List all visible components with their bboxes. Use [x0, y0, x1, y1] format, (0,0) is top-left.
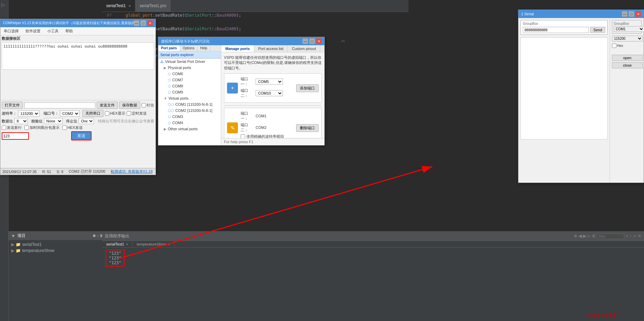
menu-help[interactable]: 帮助 — [63, 28, 75, 34]
nav-item-vspd[interactable]: 🖧 Virtual Serial Port Driver — [158, 58, 221, 65]
app-output-action4[interactable]: ▷ — [587, 234, 591, 239]
status-time: 2021/09/12 12:07:35 — [2, 170, 37, 174]
hex-display-checkbox[interactable] — [105, 111, 109, 116]
comhelper-win-btns: — □ ✕ — [134, 20, 153, 26]
send-file-btn[interactable]: 发送文件 — [97, 102, 118, 109]
vspd-maximize-btn[interactable]: □ — [309, 38, 315, 44]
sidebar-toggle-icon[interactable]: ▷ — [0, 0, 8, 10]
serial-open-btn[interactable]: open — [612, 55, 643, 61]
nav-item-com6[interactable]: ⬡ COM6 — [158, 71, 221, 77]
project-item-serialtest1[interactable]: ▶ 📁 serialTest1 — [10, 241, 109, 248]
file-path-input[interactable] — [24, 102, 95, 108]
comhelper-close-btn[interactable]: ✕ — [147, 20, 153, 26]
comhelper-send-row: 发送新行 加时间戳分包显示 HEX发送 — [2, 125, 154, 130]
menu-tools[interactable]: 小工具 — [45, 28, 61, 34]
status-update-link[interactable]: 检测成功: 有新版本V1.18 — [111, 169, 152, 174]
vspd-port2-row: 端口二： COM10 — [241, 88, 293, 98]
serial-maximize-btn[interactable]: □ — [629, 11, 634, 17]
nav-item-com7[interactable]: ⬡ COM7 — [158, 77, 221, 83]
nav-item-com2[interactable]: ⬡⬡ COM2 [115200-N-8-1] — [158, 107, 221, 114]
hex-send-checkbox[interactable] — [62, 125, 67, 130]
serial-right-title: GroupBox — [614, 22, 640, 26]
add-time-checkbox[interactable] — [25, 125, 29, 130]
vspd-del-port1-label: 端口一： — [241, 111, 254, 121]
stop-select[interactable]: One — [79, 118, 94, 124]
vspd-add-btn[interactable]: 添加端口 — [296, 84, 319, 92]
timed-send-checkbox[interactable] — [127, 111, 131, 116]
nav-item-com9[interactable]: ⬡ COM9 — [158, 89, 221, 95]
project-sort-icon[interactable]: ↕ — [97, 234, 99, 238]
serial-input-row: Send — [523, 27, 605, 33]
port-label: 端口号： — [44, 111, 59, 116]
serial-send-btn[interactable]: Send — [590, 27, 605, 33]
project-collapse-icon[interactable]: ▼ — [11, 234, 15, 238]
serial-main: GroupBox Send — [518, 18, 610, 183]
serial-input[interactable] — [523, 27, 589, 33]
vspd-delete-form: 端口一： COM1 端口二： COM2 使用精确的波特率模拟 — [241, 111, 293, 138]
serial-minimize-btn[interactable]: — — [622, 11, 627, 17]
app-output-expand-icon[interactable]: ⤢ — [633, 234, 637, 239]
tab-serialtest1-pro[interactable]: serialTest1.pro — [135, 0, 171, 12]
tab-close-icon[interactable]: ✕ — [128, 4, 131, 8]
open-file-btn[interactable]: 打开文件 — [2, 102, 23, 109]
app-output-close-icon[interactable]: ✕ — [638, 234, 641, 239]
vspd-delete-btn[interactable]: 删除端口 — [296, 124, 319, 132]
nav-item-com8[interactable]: ⬡ COM8 — [158, 83, 221, 89]
vspd-nav-tab-options[interactable]: Options — [180, 45, 197, 51]
serial-port-select[interactable]: COM1 — [614, 26, 644, 32]
vspd-minimize-btn[interactable]: — — [303, 38, 308, 44]
app-output-minus-icon[interactable]: − — [629, 234, 632, 239]
vspd-tab-manage[interactable]: Manage ports — [221, 45, 254, 52]
nav-item-com1[interactable]: ⬡⬡ COM1 [115200-N-8-1] — [158, 101, 221, 107]
vspd-precise-checkbox[interactable] — [241, 134, 245, 138]
serial-close-btn[interactable]: close — [612, 62, 643, 68]
menu-port-select[interactable]: 串口选择 — [2, 28, 21, 34]
app-output-tab-serialtest1[interactable]: serialTest1 ✕ — [102, 241, 133, 247]
app-output-action1[interactable]: ⊕ — [574, 234, 577, 239]
vspd-port1-select[interactable]: COM5 — [256, 79, 283, 85]
app-output-filter[interactable] — [597, 234, 624, 239]
vspd-port1-row: 端口一： COM5 — [241, 77, 293, 87]
nav-item-physical-ports[interactable]: ▶ Physical ports — [158, 65, 221, 71]
tab-x-icon[interactable]: ✕ — [126, 242, 128, 246]
vspd-port2-select[interactable]: COM10 — [256, 90, 283, 96]
parity-label: 校验位 — [31, 119, 43, 124]
app-output-tab-temperatureshow[interactable]: temperatureShow ✕ — [133, 241, 175, 247]
serial-titlebar: 1 Serial — □ ✕ — [518, 10, 644, 18]
nav-item-com4[interactable]: ⬡ COM4 — [158, 120, 221, 126]
data-bits-select[interactable]: 8 — [14, 118, 28, 124]
baud-select[interactable]: 115200 — [18, 111, 39, 117]
serial-hex-checkbox[interactable] — [612, 44, 616, 48]
comhelper-minimize-btn[interactable]: — — [134, 20, 139, 26]
parity-select[interactable]: None — [44, 118, 63, 124]
comhelper-maximize-btn[interactable]: □ — [141, 20, 146, 26]
app-output-plus-icon[interactable]: + — [626, 234, 628, 239]
vspd-tab-pinout[interactable]: Custom pinout — [288, 45, 320, 52]
project-item-temperatureshow[interactable]: ▶ 📁 temperatureShow — [10, 248, 109, 254]
tab-serialtest1[interactable]: serialTest1 ✕ — [102, 0, 135, 12]
nav-item-com3[interactable]: ⬡ COM3 — [158, 114, 221, 120]
port-select[interactable]: COM2 — [60, 111, 80, 117]
app-output-action3[interactable]: ▶ — [583, 234, 586, 239]
nav-item-other-virtual[interactable]: ▶ Other virtual ports — [158, 126, 221, 132]
pin-checkbox[interactable] — [142, 103, 146, 107]
tab-x-icon2[interactable]: ✕ — [167, 242, 170, 246]
serial-baud-select[interactable]: 115200 — [612, 36, 643, 41]
app-output-action2[interactable]: ◀ — [579, 234, 582, 239]
project-action-icon[interactable]: ⊕ — [93, 234, 96, 238]
send-btn[interactable]: 发送 — [71, 131, 92, 140]
send-newline-checkbox[interactable] — [2, 125, 6, 130]
serial-close-btn[interactable]: ✕ — [635, 11, 641, 17]
close-port-btn[interactable]: 关闭串口 — [82, 110, 103, 117]
comhelper-status-bar: 2021/09/12 12:07:35 R: 51 S: 9 COM2 已打开 … — [0, 168, 156, 175]
vspd-nav-tab-help[interactable]: Help — [197, 45, 210, 51]
vspd-tab-access[interactable]: Port access list — [254, 45, 288, 52]
menu-settings[interactable]: 软件设置 — [23, 28, 43, 34]
vspd-body: VSPD 能帮你建任何你想使用的端口号的虚拟端口，所以你可以不受端口号(COMx… — [221, 52, 324, 138]
send-input[interactable] — [2, 132, 29, 140]
app-output-settings-icon[interactable]: ⚙ — [592, 234, 596, 239]
save-data-btn[interactable]: 保存数据 — [119, 102, 140, 109]
vspd-nav-tab-portpairs[interactable]: Port pairs — [158, 45, 180, 51]
nav-item-virtual-ports[interactable]: ▼ Virtual ports — [158, 95, 221, 101]
vspd-close-btn[interactable]: ✕ — [316, 38, 322, 44]
